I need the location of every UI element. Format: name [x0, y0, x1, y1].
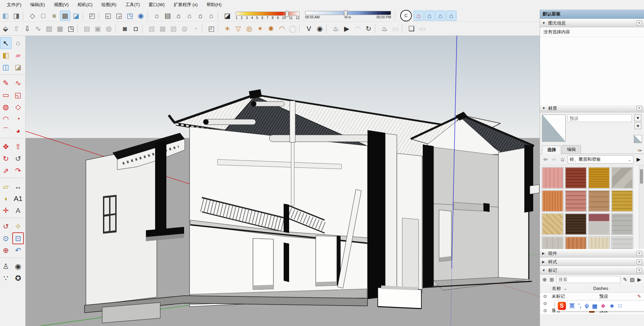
separator[interactable] — [375, 24, 378, 33]
tags-header[interactable]: ▼ 标记 × — [540, 266, 644, 275]
vray-render-animation-button[interactable]: ▶ — [342, 24, 352, 34]
light-window-button[interactable]: ☀ — [222, 24, 233, 34]
microphone-icon[interactable]: ψ — [585, 303, 589, 309]
帮助(H)[interactable]: 帮助(H) — [203, 0, 226, 9]
dimension-tool[interactable]: ↔ — [12, 181, 24, 192]
keyboard-icon[interactable]: ▦ — [592, 303, 597, 309]
separator[interactable] — [115, 24, 118, 33]
orbit-tool[interactable]: ↺ — [0, 220, 12, 232]
eyedropper-icon[interactable]: ✑ — [638, 148, 642, 154]
back-arrow-icon[interactable]: ⇦ — [542, 156, 549, 162]
position-camera-tool[interactable]: ♙ — [0, 260, 12, 272]
material-gray-paver[interactable] — [542, 236, 564, 249]
view-back-button[interactable]: ⌂ — [195, 11, 206, 21]
material-cream-rough[interactable] — [588, 236, 610, 249]
add-tag-folder-button[interactable]: ⊞ — [549, 277, 554, 283]
material-gray-stone[interactable] — [611, 167, 633, 189]
details-arrow-icon[interactable]: ▶ — [635, 156, 642, 162]
rectangle-tool[interactable]: ▭ — [0, 89, 12, 101]
materials-tab-edit[interactable]: 编辑 — [562, 145, 581, 154]
vray-frame-buffer-disabled-button[interactable]: ▭ — [417, 24, 428, 34]
offset-tool[interactable]: ↷ — [12, 165, 24, 176]
solid-trim-button[interactable]: ◉ — [136, 11, 146, 21]
rotate-tool[interactable]: ↻ — [0, 153, 12, 165]
display-section-planes-button[interactable]: ⌂ — [414, 11, 424, 21]
shadow-date-slider[interactable]: 123456789101112 — [236, 12, 300, 20]
line-tool[interactable]: ✎ — [0, 77, 12, 89]
lasso-select-tool[interactable]: ◌ — [12, 37, 24, 49]
section-plane-tool-button[interactable]: ⬙ — [0, 24, 11, 34]
two-point-arc-tool[interactable]: ◔ — [12, 113, 24, 125]
separator[interactable] — [142, 24, 145, 33]
hide-rest-of-model-button[interactable]: ⇧ — [11, 24, 21, 34]
tape-measure-tool[interactable]: ▱ — [0, 181, 12, 192]
select-tool[interactable]: ↖ — [0, 37, 12, 49]
create-material-button[interactable]: ⊕ — [634, 122, 641, 129]
fur-tool-button[interactable]: ∿ — [33, 24, 43, 34]
separator[interactable] — [0, 178, 23, 181]
material-pink-basket-brick[interactable] — [542, 167, 564, 189]
arc-tool[interactable]: ◠ — [0, 113, 12, 125]
绘图(R)[interactable]: 绘图(R) — [97, 0, 120, 9]
view-left-button[interactable]: ⌂ — [206, 11, 216, 21]
pan-tool[interactable]: ❖ — [12, 220, 24, 232]
secondary-material-swatch[interactable] — [634, 135, 642, 143]
uv-quarter-mapping-button[interactable]: ◔ — [190, 24, 200, 34]
collapse-arrow-icon[interactable]: ▼ — [542, 106, 546, 110]
工具(T)[interactable]: 工具(T) — [121, 0, 144, 9]
material-name-field[interactable] — [568, 114, 632, 122]
north-compass-tool[interactable]: ✪ — [12, 272, 24, 284]
vray-render-button[interactable]: ♨ — [331, 24, 341, 34]
separator[interactable] — [326, 24, 329, 33]
separator[interactable] — [299, 24, 302, 33]
freehand-tool[interactable]: ∿ — [12, 77, 24, 89]
separator[interactable] — [0, 138, 23, 141]
separator[interactable] — [23, 11, 26, 20]
visibility-eye-icon[interactable]: ⊙ — [540, 294, 550, 299]
shadows-toggle-button[interactable]: ◪ — [222, 11, 233, 21]
material-brick-over-gravel[interactable] — [588, 213, 610, 235]
materials-tab-select[interactable]: 选择 — [542, 145, 561, 154]
visibility-eye-icon[interactable]: ⊙ — [540, 308, 550, 313]
follow-me-tool[interactable]: ↺ — [12, 153, 24, 165]
eraser-tool[interactable]: ▰ — [12, 49, 24, 61]
separator[interactable] — [218, 24, 221, 33]
vray-history-button[interactable]: ↻ — [363, 24, 374, 34]
uv-plane-mapping-button[interactable]: ▧ — [147, 24, 157, 34]
display-section-cuts-button[interactable]: ⌂ — [424, 11, 435, 21]
look-around-tool[interactable]: ◉ — [12, 260, 24, 272]
components-header[interactable]: ▶ 组件 × — [540, 249, 644, 258]
collapse-arrow-icon[interactable]: ▶ — [542, 251, 546, 255]
style-shaded-button[interactable]: ■ — [49, 11, 59, 21]
collapse-arrow-icon[interactable]: ▼ — [542, 268, 546, 272]
3d-text-tool[interactable]: A — [12, 204, 24, 216]
display-section-fill-button[interactable]: ⌂ — [435, 11, 446, 21]
uv-sphere-mapping-button[interactable]: ◍ — [179, 24, 190, 34]
view-right-button[interactable]: ⌂ — [184, 11, 195, 21]
solid-outer-shell-button[interactable]: ◰ — [87, 11, 97, 21]
date-slider-thumb[interactable] — [285, 11, 289, 17]
vray-dome-disabled-button[interactable]: ◠ — [353, 24, 363, 34]
窗口(W)[interactable]: 窗口(W) — [145, 0, 169, 9]
skin-icon[interactable]: ❖ — [601, 303, 605, 309]
component-grid-button[interactable]: ▤ — [82, 24, 92, 34]
secondary-pane-button[interactable]: ▼ — [634, 114, 641, 121]
text-tool[interactable]: A1 — [12, 192, 24, 204]
separator[interactable] — [77, 24, 80, 33]
zoom-extents-tool[interactable]: ⊕ — [0, 244, 12, 256]
material-dark-brick[interactable] — [565, 213, 587, 235]
view-top-button[interactable]: ▤ — [163, 11, 173, 21]
scale-tool[interactable]: ⇗ — [0, 165, 12, 176]
文件(F)[interactable]: 文件(F) — [3, 0, 26, 9]
material-pink-stacked-stone[interactable] — [565, 190, 587, 212]
materials-scrollbar[interactable] — [639, 165, 644, 249]
solid-intersect-button[interactable]: ◱ — [103, 11, 113, 21]
add-tag-button[interactable]: ⊕ — [542, 277, 547, 283]
vray-frame-buffer-button[interactable]: ❏ — [406, 24, 417, 34]
component-visibility-button[interactable]: ◎ — [104, 24, 114, 34]
material-gray-siding[interactable] — [611, 236, 633, 249]
separator[interactable] — [202, 24, 205, 33]
edit-plane-button[interactable]: ◳ — [66, 24, 76, 34]
扩展程序 (x)[interactable]: 扩展程序 (x) — [169, 0, 202, 9]
push-pull-tool[interactable]: ⇧ — [12, 141, 24, 153]
